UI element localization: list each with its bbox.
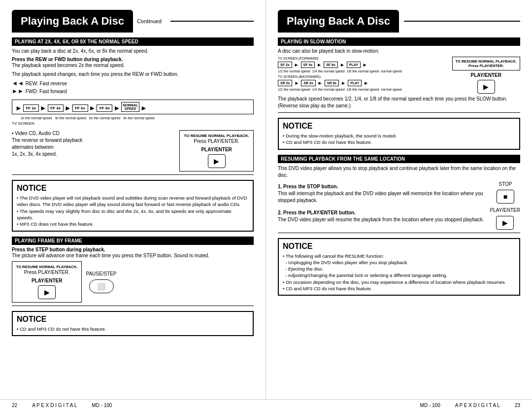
left-model: MD - 100: [92, 403, 112, 408]
ff-label-4: 8x the normal speed: [123, 116, 154, 120]
ff-arrow-2: ►: [65, 104, 71, 112]
slow-play-enter: PLAY/ENTER: [452, 72, 520, 78]
sf-box-1: SF 2x: [278, 62, 292, 68]
notice-item-1-3: • MP3 CD does not have this feature.: [17, 221, 249, 227]
ff-labels-row: 2x the normal speed 4x the normal speed …: [21, 115, 254, 120]
section2-header: PLAYING FRAME BY FRAME: [12, 237, 254, 245]
slow-play-button[interactable]: ▶: [477, 80, 495, 94]
section1-intro: You can play back a disc at 2x, 4x, 6x, …: [12, 48, 254, 55]
sf-box-2: SF 4x: [301, 62, 315, 68]
sr-play-box: PLAY: [348, 80, 362, 86]
play-button-2[interactable]: ▶: [38, 285, 56, 299]
step1-text-part: 1. Press the STOP button. This will inte…: [278, 181, 486, 206]
ff-arrow-3: ►: [89, 104, 96, 112]
slow-play-icon: ▶: [483, 83, 489, 91]
sr-box-3: SR 8x: [325, 80, 339, 86]
sf-fwd-labels: 1/2 the normal speed 1/4 the normal spee…: [278, 69, 448, 73]
footer-right: MD - 100 A P E X D I G I T A L 23: [420, 403, 520, 408]
rsection1-playback-text: The playback speed becomes 1/2, 1/4, or …: [278, 96, 520, 109]
play-enter-button[interactable]: ▶: [496, 216, 514, 230]
tv-fwd-label: TV SCREEN (FORWARD): [278, 57, 448, 60]
slow-resume-header: TO RESUME NORMAL PLAYBACK. Press PLAY/EN…: [452, 57, 520, 70]
video-cd-text: • Video CD, Audio CDThe reverse or forwa…: [12, 130, 175, 160]
footer-left: 22 A P E X D I G I T A L MD - 100: [12, 403, 112, 408]
section1-instruction: Press the REW or FWD button during playb…: [12, 57, 254, 62]
section1-header: PLAYING AT 2X, 4X, 6X, OR 8X THE NORMAL …: [12, 37, 254, 46]
right-page-number: 23: [515, 403, 520, 408]
notice-box-2: NOTICE • CD and MP3 CD do not have this …: [12, 311, 254, 336]
ff-normal-speed: NORMALSPEED: [121, 102, 139, 112]
step2-row: 2. Press the PLAY/ENTER button. The DVD …: [278, 207, 520, 230]
continued-text: Continued: [137, 18, 162, 24]
sr-rev-labels: 1/2 the normal speed 1/4 the normal spee…: [278, 88, 448, 91]
step2-label: 2. Press the PLAY/ENTER button.: [278, 210, 485, 215]
right-page: Playing Back A Disc PLAYING IN SLOW-MOTI…: [266, 0, 532, 399]
tv-screen-label: TV SCREEN: [12, 121, 254, 126]
slow-motion-diagram: TV SCREEN (FORWARD) SF 2x ► SF 4x ► SF 8…: [278, 57, 448, 92]
ff-box-3: FF 6x: [72, 104, 88, 112]
sf-arrow-4: ►: [363, 62, 367, 68]
rnotice-item-2-2: - Unplugging the DVD video player after …: [283, 259, 515, 266]
rnotice-title-2: NOTICE: [283, 242, 515, 251]
ff-box-4: FF 8x: [97, 104, 112, 112]
left-page-number: 22: [12, 403, 17, 408]
rnotice-item-2-3: - Ejecting the disc.: [283, 266, 515, 272]
notice-item-1-1: • The DVD video player will not playback…: [17, 195, 249, 208]
rnotice-item-2-1: • The following will cancel the RESUME f…: [283, 253, 515, 259]
rnotice-item-2-5: • On occasion depending on the disc, you…: [283, 279, 515, 285]
rew-arrow-icon: ◄◄: [12, 80, 24, 87]
notice-box-1: NOTICE • The DVD video player will not p…: [12, 180, 254, 231]
stop-button-section: STOP ■: [491, 181, 520, 204]
right-title-line: [404, 21, 520, 22]
right-model: MD - 100: [420, 403, 440, 408]
sf-fwd-row: SF 2x ► SF 4x ► SF 8x ► PLAY ►: [278, 62, 448, 68]
ff-arrow-5: ►: [140, 104, 147, 112]
ff-box-2: FF 4x: [48, 104, 64, 112]
step1-row: 1. Press the STOP button. This will inte…: [278, 181, 520, 206]
section2-instruction: Press the STEP button during playback.: [12, 247, 254, 252]
sf-play-box: PLAY: [347, 62, 361, 68]
step1-label: 1. Press the STOP button.: [278, 184, 486, 189]
footer: 22 A P E X D I G I T A L MD - 100 MD - 1…: [0, 399, 532, 411]
sf-box-3: SF 8x: [324, 62, 338, 68]
left-title: Playing Back A Disc: [12, 10, 133, 33]
rnotice-title-1: NOTICE: [283, 122, 515, 131]
play-enter-icon: ▶: [502, 219, 508, 227]
ff-label-2: 4x the normal speed: [55, 116, 86, 120]
notice-item-2-1: • CD and MP3 CD do not have this feature…: [17, 326, 249, 332]
rew-item: ◄◄ REW: Fast reverse: [12, 80, 254, 87]
ff-box-1: FF 2x: [23, 104, 39, 112]
rsection2-intro: This DVD video player allows you to stop…: [278, 165, 520, 179]
rnotice-item-2-6: • CD and MP3 CD do not have this feature…: [283, 285, 515, 292]
left-brand: A P E X D I G I T A L: [32, 403, 77, 408]
notice-title-2: NOTICE: [17, 315, 249, 324]
rnotice-box-1: NOTICE • During the slow-motion playback…: [278, 118, 520, 150]
pause-icon: ⬜: [97, 282, 105, 290]
ff-arrow-1: ►: [40, 104, 47, 112]
left-page: Playing Back A Disc Continued PLAYING AT…: [0, 0, 266, 399]
right-title-row: Playing Back A Disc: [278, 10, 520, 33]
sr-arrow-4: ►: [364, 80, 368, 86]
sf-arrow-3: ►: [340, 62, 345, 68]
section1-line2: The playback speed changes, each time yo…: [12, 71, 254, 78]
rsection1-intro: A disc can also be played back in slow-m…: [278, 48, 520, 55]
sr-arrow-3: ►: [341, 80, 346, 86]
fwd-item: ►► FWD: Fast forward: [12, 88, 254, 95]
rnotice-item-2-4: - Adjusting/changing the parental lock o…: [283, 272, 515, 278]
right-title: Playing Back A Disc: [278, 10, 399, 33]
play-enter-section: PLAY/ENTER ▶: [490, 207, 521, 230]
pause-step-button[interactable]: ⬜: [89, 279, 114, 293]
fwd-arrow-icon: ►►: [12, 88, 24, 95]
play-button-1[interactable]: ▶: [208, 154, 226, 168]
frame-resume-row: TO RESUME NORMAL PLAYBACK. Press PLAY/EN…: [12, 261, 254, 303]
rew-fwd-list: ◄◄ REW: Fast reverse ►► FWD: Fast forwar…: [12, 80, 254, 95]
play-icon-1: ▶: [214, 157, 219, 165]
sf-arrow-2: ►: [317, 62, 322, 68]
rnotice-item-1-1: • During the slow-motion playback, the s…: [283, 133, 515, 139]
step2-text: The DVD video player will resume the pla…: [278, 216, 485, 223]
sr-arrow-2: ►: [318, 80, 323, 86]
resume-playback-box-2: TO RESUME NORMAL PLAYBACK. Press PLAY/EN…: [12, 261, 82, 303]
stop-button[interactable]: ■: [497, 190, 514, 204]
sf-arrow-1: ►: [294, 62, 299, 68]
ff-label-1: 2x the normal speed: [21, 116, 52, 120]
